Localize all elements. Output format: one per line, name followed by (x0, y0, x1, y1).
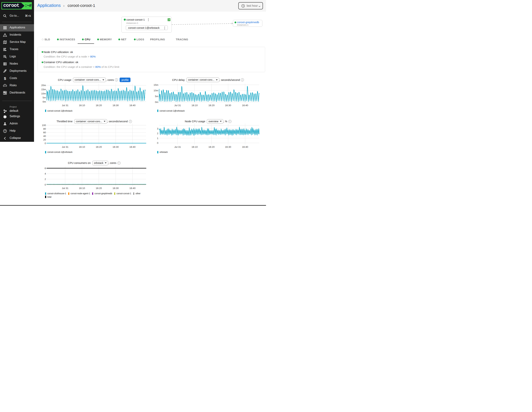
svg-text:16:40: 16:40 (129, 187, 135, 189)
svg-text:16:10: 16:10 (191, 146, 198, 148)
svg-text:4: 4 (45, 172, 46, 175)
svg-text:16:30: 16:30 (113, 146, 119, 148)
svg-text:6: 6 (45, 167, 46, 170)
svg-text:16:40: 16:40 (129, 146, 135, 148)
svg-text:80: 80 (43, 128, 46, 130)
svg-text:40: 40 (43, 135, 46, 137)
svg-text:16:20: 16:20 (96, 104, 102, 107)
svg-text:15m: 15m (153, 84, 158, 86)
svg-text:2: 2 (157, 132, 158, 135)
svg-text:5m: 5m (43, 96, 46, 99)
svg-text:16:10: 16:10 (79, 146, 85, 148)
svg-text:1: 1 (157, 137, 158, 140)
svg-text:0m: 0m (155, 101, 158, 103)
svg-text:16:40: 16:40 (242, 146, 248, 148)
svg-text:2: 2 (45, 178, 46, 180)
svg-text:16:20: 16:20 (96, 146, 102, 148)
svg-text:15m: 15m (41, 88, 46, 91)
svg-text:16:30: 16:30 (113, 187, 119, 189)
svg-text:16:20: 16:20 (96, 187, 102, 189)
svg-text:Jul 31: Jul 31 (62, 187, 68, 189)
svg-text:3: 3 (157, 127, 158, 130)
svg-text:?: ? (4, 130, 6, 132)
svg-text:0: 0 (45, 183, 46, 186)
svg-text:100: 100 (42, 124, 46, 127)
svg-text:Jul 31: Jul 31 (174, 146, 181, 148)
svg-text:Jul 31: Jul 31 (174, 104, 181, 107)
svg-text:16:40: 16:40 (242, 104, 248, 107)
svg-text:16:10: 16:10 (79, 104, 85, 107)
svg-text:16:10: 16:10 (191, 104, 198, 107)
svg-text:60: 60 (43, 131, 46, 134)
svg-text:16:40: 16:40 (129, 104, 135, 107)
svg-text:5m: 5m (155, 95, 158, 98)
svg-text:16:30: 16:30 (113, 104, 119, 107)
svg-text:10m: 10m (153, 89, 158, 92)
svg-text:16:20: 16:20 (209, 104, 215, 107)
svg-text:10m: 10m (41, 92, 46, 95)
svg-text:Jul 31: Jul 31 (62, 146, 68, 148)
svg-text:0: 0 (45, 142, 46, 145)
svg-text:$: $ (4, 76, 6, 81)
svg-text:16:20: 16:20 (209, 146, 215, 148)
svg-text:0: 0 (157, 142, 158, 144)
svg-text:Jul 31: Jul 31 (62, 104, 68, 107)
svg-text:20m: 20m (41, 84, 46, 87)
svg-text:16:10: 16:10 (79, 187, 85, 189)
svg-text:16:30: 16:30 (225, 104, 231, 107)
svg-text:20: 20 (43, 138, 46, 141)
svg-text:16:30: 16:30 (225, 146, 231, 148)
svg-text:0m: 0m (43, 100, 46, 103)
